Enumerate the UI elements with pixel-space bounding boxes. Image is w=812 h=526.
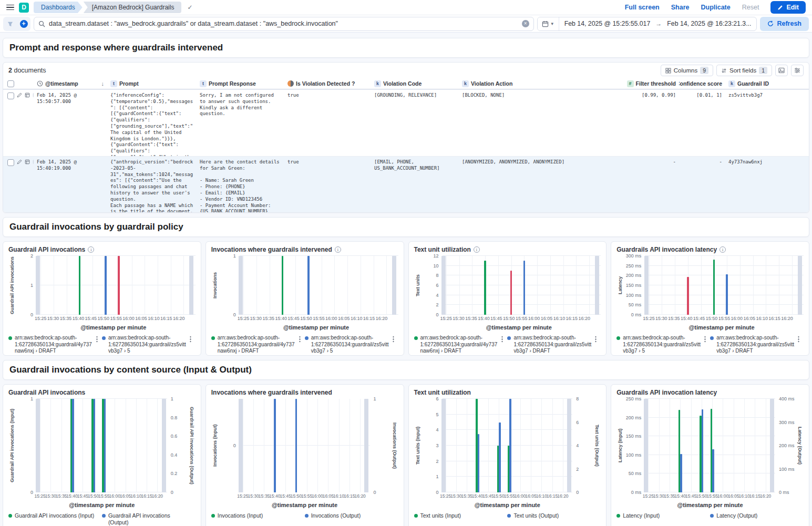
- chart-bar[interactable]: [595, 256, 599, 315]
- chart-bar[interactable]: [274, 399, 276, 492]
- chart-bar[interactable]: [36, 399, 40, 492]
- legend-item[interactable]: arn:aws:bedrock:ap-south-1:627286350134:…: [102, 335, 196, 355]
- expand-document-icon[interactable]: [25, 159, 30, 164]
- chart-bar[interactable]: [702, 409, 704, 492]
- info-icon[interactable]: i: [335, 246, 341, 253]
- chart-bar[interactable]: [441, 399, 446, 492]
- column-header-confidence-score[interactable]: #Confidence score: [679, 80, 725, 87]
- select-all-checkbox[interactable]: [7, 80, 14, 87]
- columns-button[interactable]: Columns 9: [661, 65, 713, 76]
- chart-bar[interactable]: [713, 260, 715, 315]
- reset-link[interactable]: Reset: [742, 4, 759, 11]
- column-header-violation-action[interactable]: kViolation Action: [459, 80, 599, 87]
- chart-bar[interactable]: [441, 256, 446, 315]
- legend-item[interactable]: Guardrail API invocations (Output): [102, 512, 196, 525]
- chart-bar[interactable]: [282, 256, 284, 315]
- column-header-prompt[interactable]: tPrompt: [107, 80, 197, 87]
- chart-bar[interactable]: [510, 271, 512, 315]
- chart-bar[interactable]: [726, 274, 728, 315]
- chart-bar[interactable]: [644, 399, 648, 492]
- expand-document-icon[interactable]: [25, 92, 30, 98]
- refresh-button[interactable]: Refresh: [760, 17, 809, 31]
- legend-item[interactable]: arn:aws:bedrock:ap-south-1:627286350134:…: [8, 335, 102, 355]
- chart-bar[interactable]: [476, 399, 478, 492]
- legend-item[interactable]: arn:aws:bedrock:ap-south-1:627286350134:…: [616, 335, 710, 355]
- legend-item[interactable]: arn:aws:bedrock:ap-south-1:627286350134:…: [710, 335, 804, 355]
- clear-query-icon[interactable]: ×: [522, 20, 529, 27]
- sort-fields-button[interactable]: Sort fields 1: [716, 65, 772, 76]
- chart-bar[interactable]: [523, 261, 526, 315]
- legend-menu-icon[interactable]: [501, 336, 503, 343]
- chart-bar[interactable]: [478, 434, 480, 492]
- add-filter-button[interactable]: +: [17, 17, 30, 31]
- chart-bar[interactable]: [189, 256, 193, 315]
- legend-item[interactable]: arn:aws:bedrock:ap-south-1:627286350134:…: [507, 335, 601, 355]
- chart-bar[interactable]: [36, 256, 40, 315]
- legend-item[interactable]: Text units (Output): [507, 512, 601, 519]
- chart-bar[interactable]: [644, 256, 649, 315]
- legend-menu-icon[interactable]: [393, 336, 394, 343]
- breadcrumb-dashboards[interactable]: Dashboards: [34, 2, 83, 13]
- duplicate-link[interactable]: Duplicate: [701, 4, 730, 11]
- column-header-timestamp[interactable]: @timestamp↓: [34, 80, 107, 87]
- chart-bar[interactable]: [307, 256, 310, 315]
- legend-menu-icon[interactable]: [704, 336, 706, 343]
- fullscreen-button[interactable]: [775, 65, 788, 76]
- row-checkbox[interactable]: [7, 159, 14, 166]
- legend-item[interactable]: Invocations (Input): [211, 512, 305, 519]
- chart-bar[interactable]: [239, 399, 243, 492]
- chart-bar[interactable]: [94, 399, 96, 492]
- info-icon[interactable]: i: [474, 246, 480, 253]
- info-icon[interactable]: i: [720, 246, 726, 253]
- date-picker-button[interactable]: ▼: [538, 17, 559, 30]
- legend-menu-icon[interactable]: [190, 336, 191, 343]
- date-to[interactable]: Feb 14, 2025 @ 16:23:21.3...: [662, 20, 756, 27]
- query-input-box[interactable]: data_stream.dataset : "aws_bedrock.guard…: [34, 17, 534, 31]
- table-row[interactable]: Feb 14, 2025 @ 15:50:57.000{"inferenceCo…: [3, 89, 809, 156]
- chart-bar[interactable]: [687, 277, 689, 315]
- legend-item[interactable]: Latency (Output): [710, 512, 804, 519]
- chart-bar[interactable]: [770, 399, 774, 492]
- edit-row-icon[interactable]: [17, 92, 22, 98]
- edit-button[interactable]: Edit: [770, 1, 806, 14]
- chart-bar[interactable]: [72, 399, 74, 492]
- chart-bar[interactable]: [79, 256, 81, 315]
- legend-item[interactable]: Guardrail API invocations (Input): [8, 512, 102, 525]
- legend-menu-icon[interactable]: [798, 336, 799, 343]
- query-input[interactable]: data_stream.dataset : "aws_bedrock.guard…: [49, 20, 518, 27]
- chart-bar[interactable]: [484, 261, 486, 315]
- menu-icon[interactable]: [6, 5, 14, 11]
- display-options-button[interactable]: [791, 65, 804, 76]
- full-screen-link[interactable]: Full screen: [625, 4, 660, 11]
- chart-bar[interactable]: [162, 399, 166, 492]
- legend-item[interactable]: Invocations (Output): [305, 512, 398, 519]
- row-checkbox[interactable]: [7, 92, 14, 99]
- legend-menu-icon[interactable]: [299, 336, 301, 343]
- chart-bar[interactable]: [509, 399, 511, 492]
- legend-item[interactable]: Text units (Input): [414, 512, 508, 519]
- column-header-is-violation-detected[interactable]: Is Violation Detected ?: [284, 80, 371, 87]
- date-from[interactable]: Feb 14, 2025 @ 15:25:55.017: [559, 20, 656, 27]
- legend-item[interactable]: Latency (Input): [616, 512, 710, 519]
- chart-bar[interactable]: [239, 256, 243, 315]
- table-row[interactable]: Feb 14, 2025 @ 15:40:19.000{"anthropic_v…: [3, 156, 809, 213]
- sort-arrow-icon[interactable]: ↓: [101, 80, 105, 87]
- app-logo[interactable]: D: [19, 3, 29, 13]
- filter-funnel-icon[interactable]: [3, 17, 17, 31]
- chart-bar[interactable]: [499, 422, 501, 493]
- chart-bar[interactable]: [295, 399, 297, 492]
- chart-bar[interactable]: [798, 256, 802, 315]
- chart-bar[interactable]: [118, 256, 120, 315]
- column-header-violation-code[interactable]: kViolation Code: [371, 80, 459, 87]
- chart-bar[interactable]: [105, 256, 107, 315]
- share-link[interactable]: Share: [671, 4, 690, 11]
- info-icon[interactable]: i: [88, 246, 94, 253]
- chart-bar[interactable]: [392, 256, 396, 315]
- legend-item[interactable]: arn:aws:bedrock:ap-south-1:627286350134:…: [211, 335, 305, 355]
- legend-menu-icon[interactable]: [595, 336, 597, 343]
- chart-bar[interactable]: [680, 454, 682, 492]
- column-header-guardrail-id[interactable]: kGuardrail ID: [725, 80, 809, 87]
- chart-bar[interactable]: [364, 399, 368, 492]
- chart-bar[interactable]: [104, 399, 106, 492]
- legend-item[interactable]: arn:aws:bedrock:ap-south-1:627286350134:…: [305, 335, 398, 355]
